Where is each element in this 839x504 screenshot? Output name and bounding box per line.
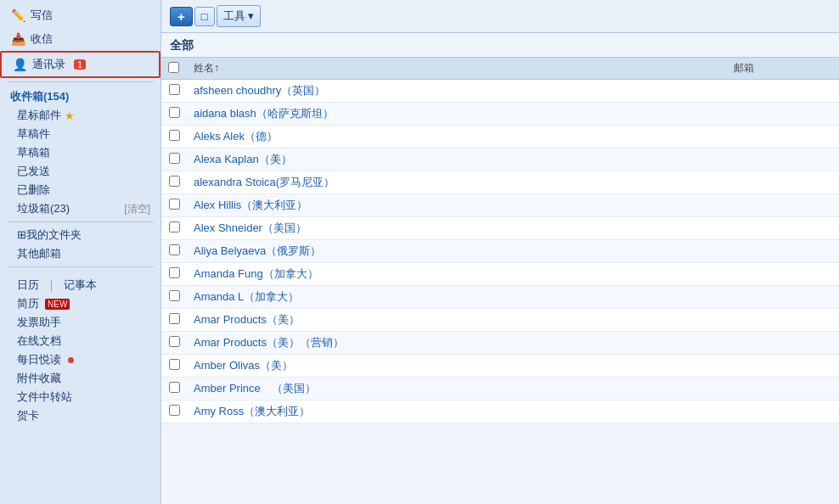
sidebar-item-compose[interactable]: ✏️ 写信 [0, 3, 160, 27]
attachments-item[interactable]: 附件收藏 [0, 369, 160, 388]
row-checkbox[interactable] [169, 313, 180, 324]
name-cell: Alex Shneider（美国） [187, 217, 727, 240]
contact-name[interactable]: Aliya Belyaeva（俄罗斯） [194, 244, 321, 257]
row-checkbox-cell [161, 80, 187, 103]
table-row: Amanda L（加拿大） [161, 286, 839, 309]
attachments-label: 附件收藏 [17, 371, 61, 386]
notes-label[interactable]: 记事本 [64, 277, 97, 293]
tools-button[interactable]: 工具 ▾ [217, 5, 262, 27]
row-checkbox[interactable] [169, 84, 180, 95]
calendar-item[interactable]: 日历 ｜ 记事本 [0, 276, 160, 294]
name-cell: afsheen choudhry（英国） [187, 80, 727, 103]
compose-button[interactable]: □ [194, 7, 215, 26]
row-checkbox-cell [161, 286, 187, 309]
job-label: 发票助手 [17, 315, 61, 330]
card-item[interactable]: 贺卡 [0, 406, 160, 425]
spam-clear[interactable]: [清空] [124, 202, 150, 216]
name-cell: Alexa Kaplan（美） [187, 148, 727, 171]
compose-icon: ✏️ [10, 8, 25, 23]
row-checkbox-cell [161, 148, 187, 171]
sidebar-item-inbox[interactable]: 📥 收信 [0, 27, 160, 51]
email-cell [727, 309, 839, 332]
row-checkbox-cell [161, 171, 187, 194]
daily-item[interactable]: 每日悦读 [0, 350, 160, 369]
row-checkbox[interactable] [169, 107, 180, 118]
contact-name[interactable]: Alexa Kaplan（美） [194, 153, 292, 165]
contact-name[interactable]: Amber Prince （美国） [194, 382, 316, 395]
contact-name[interactable]: Amy Ross（澳大利亚） [194, 405, 310, 417]
sidebar-item-contacts[interactable]: 👤 通讯录 1 [0, 51, 160, 78]
table-row: afsheen choudhry（英国） [161, 80, 839, 103]
contact-name[interactable]: Amar Products（美）（营销） [194, 336, 344, 349]
inbox-section[interactable]: 收件箱(154) [0, 86, 160, 106]
table-row: aidana blash（哈萨克斯坦） [161, 103, 839, 126]
other-mail-item[interactable]: 其他邮箱 [0, 244, 160, 263]
my-folders-item[interactable]: ⊞我的文件夹 [0, 226, 160, 244]
row-checkbox[interactable] [169, 153, 180, 164]
contact-name[interactable]: aidana blash（哈萨克斯坦） [194, 107, 334, 120]
email-cell [727, 194, 839, 217]
row-checkbox[interactable] [169, 290, 180, 301]
row-checkbox[interactable] [169, 176, 180, 187]
row-checkbox-cell [161, 400, 187, 423]
row-checkbox-cell [161, 355, 187, 378]
contact-name[interactable]: afsheen choudhry（英国） [194, 84, 325, 97]
row-checkbox[interactable] [169, 359, 180, 370]
row-checkbox-cell [161, 103, 187, 126]
sidebar: ✏️ 写信 📥 收信 👤 通讯录 1 收件箱(154) 星标邮件 ★ 草稿件 草… [0, 0, 161, 504]
transfer-item[interactable]: 文件中转站 [0, 388, 160, 406]
row-checkbox[interactable] [169, 267, 180, 278]
starred-item[interactable]: 星标邮件 ★ [0, 106, 160, 125]
name-header[interactable]: 姓名↑ [187, 58, 727, 80]
row-checkbox-cell [161, 263, 187, 286]
contact-name[interactable]: Amar Products（美） [194, 313, 300, 326]
daily-dot [68, 357, 74, 363]
docs-item[interactable]: 在线文档 [0, 332, 160, 350]
row-checkbox[interactable] [169, 221, 180, 232]
contact-name[interactable]: Amanda L（加拿大） [194, 290, 299, 303]
row-checkbox[interactable] [169, 405, 180, 416]
name-cell: alexandra Stoica(罗马尼亚） [187, 171, 727, 194]
drafts-item[interactable]: 草稿件 [0, 125, 160, 143]
email-cell [727, 80, 839, 103]
daily-label: 每日悦读 [17, 352, 61, 367]
toolbar: + □ 工具 ▾ [161, 0, 839, 33]
contact-name[interactable]: Alex Hillis（澳大利亚） [194, 199, 307, 211]
email-header[interactable]: 邮箱 [727, 58, 839, 80]
select-all-checkbox[interactable] [168, 62, 179, 73]
contact-name[interactable]: Aleks Alek（德） [194, 130, 278, 143]
row-checkbox[interactable] [169, 244, 180, 255]
table-row: Alex Shneider（美国） [161, 217, 839, 240]
resume-item[interactable]: 简历 NEW [0, 294, 160, 313]
docs-label: 在线文档 [17, 333, 61, 349]
contact-name[interactable]: Alex Shneider（美国） [194, 221, 307, 234]
email-cell [727, 378, 839, 400]
row-checkbox[interactable] [169, 336, 180, 347]
transfer-label: 文件中转站 [17, 389, 72, 405]
email-cell [727, 103, 839, 126]
table-row: Amar Products（美）（营销） [161, 332, 839, 355]
name-cell: Amber Prince （美国） [187, 378, 727, 400]
table-row: Amber Prince （美国） [161, 378, 839, 400]
table-row: Amanda Fung（加拿大） [161, 263, 839, 286]
row-checkbox-cell [161, 378, 187, 400]
name-cell: Amanda L（加拿大） [187, 286, 727, 309]
table-row: Aleks Alek（德） [161, 126, 839, 148]
contact-name[interactable]: Amber Olivas（美） [194, 359, 293, 372]
row-checkbox-cell [161, 126, 187, 148]
job-item[interactable]: 发票助手 [0, 313, 160, 332]
row-checkbox[interactable] [169, 382, 180, 393]
row-checkbox-cell [161, 217, 187, 240]
name-cell: Aliya Belyaeva（俄罗斯） [187, 240, 727, 263]
row-checkbox[interactable] [169, 130, 180, 141]
divider-1 [7, 81, 154, 82]
draftbox-item[interactable]: 草稿箱 [0, 143, 160, 162]
spam-item[interactable]: 垃圾箱(23) [17, 201, 117, 216]
contact-name[interactable]: Amanda Fung（加拿大） [194, 267, 318, 280]
add-button[interactable]: + [170, 7, 193, 26]
contact-name[interactable]: alexandra Stoica(罗马尼亚） [194, 176, 335, 188]
deleted-item[interactable]: 已删除 [0, 181, 160, 199]
sent-label: 已发送 [17, 164, 50, 179]
sent-item[interactable]: 已发送 [0, 162, 160, 181]
row-checkbox[interactable] [169, 199, 180, 210]
